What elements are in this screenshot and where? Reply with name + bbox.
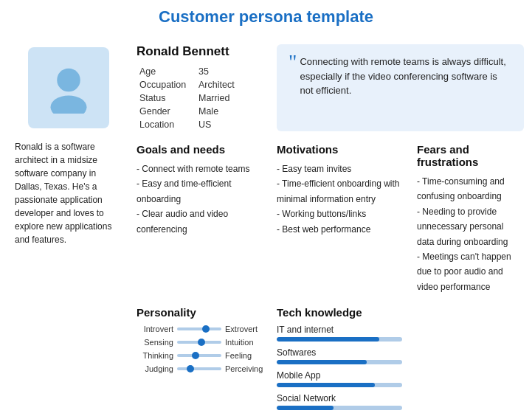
motivation-item: - Time-efficient onboarding with minimal… bbox=[277, 176, 402, 207]
goals-title: Goals and needs bbox=[137, 143, 262, 156]
tech-bar-row: Mobile App bbox=[277, 370, 402, 387]
goals-cell: Goals and needs - Connect with remote te… bbox=[129, 137, 269, 300]
slider-track bbox=[177, 327, 221, 330]
slider-row: Judging Perceiving bbox=[137, 364, 262, 373]
field-value: 35 bbox=[196, 65, 262, 78]
persona-name: Ronald Bennett bbox=[137, 44, 262, 59]
quote-text: Connecting with remote teams is always d… bbox=[300, 55, 512, 98]
bio-cell: Ronald is a software architect in a mids… bbox=[15, 137, 129, 416]
bars-container: IT and internet Softwares Mobile App Soc… bbox=[277, 325, 402, 410]
info-row: Age35 bbox=[137, 65, 262, 78]
sliders-container: Introvert Extrovert Sensing Intuition Th… bbox=[137, 325, 262, 373]
field-label: Status bbox=[137, 91, 196, 105]
personality-title: Personality bbox=[137, 306, 262, 319]
slider-label-left: Thinking bbox=[137, 351, 177, 360]
fear-item: - Time-consuming and confusing onboardin… bbox=[417, 174, 521, 204]
slider-label-left: Sensing bbox=[137, 338, 177, 347]
field-label: Location bbox=[137, 118, 196, 131]
svg-point-1 bbox=[50, 96, 86, 114]
field-value: US bbox=[196, 118, 262, 131]
slider-track bbox=[177, 341, 221, 344]
slider-dot bbox=[202, 325, 210, 333]
slider-row: Sensing Intuition bbox=[137, 338, 262, 347]
tech-cell: Tech knowledge IT and internet Softwares… bbox=[269, 300, 410, 416]
tech-bar-fill bbox=[277, 406, 334, 410]
tech-bar-fill bbox=[277, 337, 379, 342]
field-value: Architect bbox=[196, 78, 262, 91]
field-value: Male bbox=[196, 105, 262, 118]
info-cell: Ronald Bennett Age35OccupationArchitectS… bbox=[129, 38, 269, 137]
slider-track bbox=[177, 354, 221, 357]
motivation-item: - Working buttons/links bbox=[277, 207, 402, 221]
slider-track bbox=[177, 367, 221, 370]
field-label: Age bbox=[137, 65, 196, 78]
fear-item: - Meetings can't happen due to poor audi… bbox=[417, 249, 521, 294]
goal-item: - Easy and time-efficient onboarding bbox=[137, 176, 262, 207]
tech-bar-label: Mobile App bbox=[277, 370, 402, 381]
fears-content: - Time-consuming and confusing onboardin… bbox=[417, 174, 521, 294]
slider-row: Introvert Extrovert bbox=[137, 325, 262, 333]
personality-cell: Personality Introvert Extrovert Sensing … bbox=[129, 300, 269, 416]
tech-bar-row: IT and internet bbox=[277, 325, 402, 342]
tech-bar-label: Softwares bbox=[277, 347, 402, 358]
slider-label-right: Intuition bbox=[221, 338, 262, 347]
slider-dot bbox=[187, 365, 194, 372]
slider-row: Thinking Feeling bbox=[137, 351, 262, 360]
tech-title: Tech knowledge bbox=[277, 306, 402, 319]
svg-point-0 bbox=[57, 69, 80, 92]
motivations-cell: Motivations - Easy team invites- Time-ef… bbox=[269, 137, 410, 300]
persona-fields: Age35OccupationArchitectStatusMarriedGen… bbox=[137, 65, 262, 131]
field-label: Occupation bbox=[137, 78, 196, 91]
fear-item: - Needing to provide unnecessary persona… bbox=[417, 204, 521, 249]
slider-label-right: Extrovert bbox=[221, 325, 262, 333]
slider-label-left: Introvert bbox=[137, 325, 177, 333]
page-title: Customer persona template bbox=[15, 7, 517, 27]
motivation-item: - Easy team invites bbox=[277, 162, 402, 176]
quote-cell: " Connecting with remote teams is always… bbox=[277, 44, 524, 131]
slider-dot bbox=[198, 339, 205, 346]
tech-bar-track bbox=[277, 337, 402, 342]
bio-text: Ronald is a software architect in a mids… bbox=[15, 142, 111, 245]
goal-item: - Clear audio and video conferencing bbox=[137, 207, 262, 237]
tech-bar-row: Softwares bbox=[277, 347, 402, 364]
info-row: LocationUS bbox=[137, 118, 262, 131]
goals-content: - Connect with remote teams- Easy and ti… bbox=[137, 162, 262, 237]
motivations-content: - Easy team invites- Time-efficient onbo… bbox=[277, 162, 402, 237]
avatar-cell bbox=[15, 38, 129, 137]
info-row: StatusMarried bbox=[137, 91, 262, 105]
info-row: OccupationArchitect bbox=[137, 78, 262, 91]
fears-cell: Fears and frustrations - Time-consuming … bbox=[410, 137, 524, 300]
motivation-item: - Best web performance bbox=[277, 222, 402, 237]
field-value: Married bbox=[196, 91, 262, 105]
motivations-title: Motivations bbox=[277, 143, 402, 156]
tech-bar-track bbox=[277, 360, 402, 364]
fears-title: Fears and frustrations bbox=[417, 143, 521, 168]
main-grid: Ronald Bennett Age35OccupationArchitectS… bbox=[15, 38, 517, 416]
tech-bar-fill bbox=[277, 360, 367, 364]
quote-mark: " bbox=[289, 52, 297, 72]
person-icon bbox=[43, 62, 94, 114]
tech-bar-track bbox=[277, 406, 402, 410]
tech-bar-fill bbox=[277, 383, 375, 387]
slider-label-left: Judging bbox=[137, 364, 177, 373]
slider-label-right: Perceiving bbox=[221, 364, 262, 373]
tech-bar-label: IT and internet bbox=[277, 325, 402, 335]
tech-bar-row: Social Network bbox=[277, 393, 402, 410]
goal-item: - Connect with remote teams bbox=[137, 162, 262, 176]
avatar bbox=[28, 47, 109, 128]
info-row: GenderMale bbox=[137, 105, 262, 118]
tech-bar-track bbox=[277, 383, 402, 387]
slider-dot bbox=[192, 352, 199, 359]
field-label: Gender bbox=[137, 105, 196, 118]
tech-bar-label: Social Network bbox=[277, 393, 402, 403]
slider-label-right: Feeling bbox=[221, 351, 262, 360]
